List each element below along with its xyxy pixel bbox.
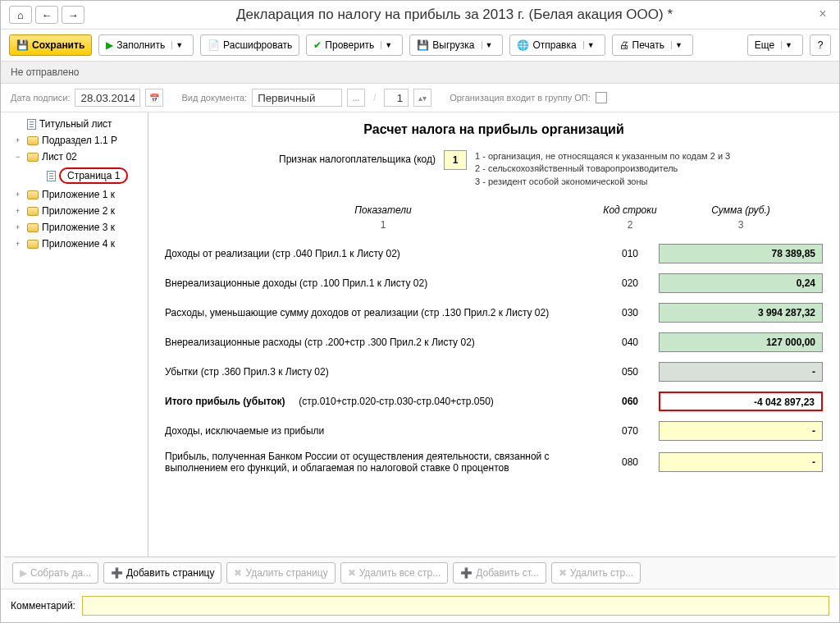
page-spinner[interactable]: ▴▾ bbox=[413, 89, 431, 107]
row-label: Доходы от реализации (стр .040 Прил.1 к … bbox=[165, 248, 601, 259]
fill-button[interactable]: ▶ Заполнить ▼ bbox=[98, 34, 194, 56]
delete-page-button: ✖ Удалить страницу bbox=[226, 562, 335, 584]
save-button[interactable]: 💾 Сохранить bbox=[9, 34, 92, 56]
save-icon: 💾 bbox=[16, 39, 29, 51]
close-button[interactable]: × bbox=[815, 7, 831, 23]
folder-icon bbox=[27, 190, 39, 199]
add-row-button: ➕ Добавить ст... bbox=[453, 562, 546, 584]
calendar-button[interactable]: 📅 bbox=[145, 89, 163, 107]
dropdown-icon[interactable]: ▼ bbox=[671, 41, 686, 49]
date-label: Дата подписи: bbox=[11, 93, 70, 103]
date-input[interactable] bbox=[75, 89, 140, 107]
data-row-060: Итого прибыль (убыток) (стр.010+стр.020-… bbox=[165, 387, 823, 416]
taxpayer-label: Признак налогоплательщика (код) bbox=[165, 150, 436, 165]
tree-item-4[interactable]: +Приложение 1 к bbox=[1, 186, 148, 203]
play-icon: ▶ bbox=[106, 39, 113, 51]
row-value-input[interactable]: 0,24 bbox=[659, 273, 823, 293]
tree-toggle-icon[interactable]: + bbox=[16, 136, 24, 144]
tree-toggle-icon[interactable]: − bbox=[16, 153, 24, 161]
delete-all-icon: ✖ bbox=[348, 567, 356, 579]
row-code: 040 bbox=[601, 337, 659, 348]
data-row-010: Доходы от реализации (стр .040 Прил.1 к … bbox=[165, 239, 823, 268]
tree-toggle-icon[interactable]: + bbox=[16, 223, 24, 231]
row-label: Убытки (стр .360 Прил.3 к Листу 02) bbox=[165, 366, 601, 378]
org-group-checkbox[interactable] bbox=[596, 92, 607, 103]
doc-type-dropdown[interactable]: ... bbox=[347, 89, 365, 107]
row-value-input[interactable]: 3 994 287,32 bbox=[659, 303, 823, 323]
add-page-button[interactable]: ➕ Добавить страницу bbox=[103, 562, 221, 584]
tree-toggle-icon[interactable]: + bbox=[16, 240, 24, 248]
row-code: 020 bbox=[601, 277, 659, 289]
tree-label: Страница 1 bbox=[67, 170, 120, 181]
save-disk-icon: 💾 bbox=[417, 39, 429, 51]
page-icon bbox=[27, 119, 36, 130]
row-code: 010 bbox=[601, 248, 659, 259]
decode-button[interactable]: 📄 Расшифровать bbox=[200, 34, 299, 56]
row-code: 080 bbox=[601, 456, 659, 468]
row-value-input[interactable]: - bbox=[659, 452, 823, 472]
delete-row-button: ✖ Удалить стр... bbox=[551, 562, 641, 584]
tree-label: Подраздел 1.1 Р bbox=[42, 135, 117, 146]
row-value-input[interactable]: -4 042 897,23 bbox=[659, 392, 823, 411]
row-value-input[interactable]: - bbox=[659, 421, 823, 441]
print-button[interactable]: 🖨 Печать ▼ bbox=[612, 34, 693, 56]
more-button[interactable]: Еще ▼ bbox=[747, 34, 803, 56]
row-label: Внереализационные доходы (стр .100 Прил.… bbox=[165, 277, 601, 289]
dropdown-icon[interactable]: ▼ bbox=[381, 41, 395, 49]
folder-icon bbox=[27, 136, 39, 145]
tree-item-5[interactable]: +Приложение 2 к bbox=[1, 203, 148, 219]
doc-type-input[interactable] bbox=[252, 89, 342, 107]
data-row-030: Расходы, уменьшающие сумму доходов от ре… bbox=[165, 298, 823, 328]
tree-item-2[interactable]: −Лист 02 bbox=[1, 149, 148, 165]
tree-label: Приложение 1 к bbox=[42, 189, 115, 200]
forward-button[interactable]: → bbox=[62, 6, 84, 24]
row-code: 050 bbox=[601, 366, 659, 378]
taxpayer-notes: 1 - организация, не относящаяся к указан… bbox=[475, 150, 730, 188]
tree-label: Титульный лист bbox=[39, 118, 112, 130]
row-code: 070 bbox=[601, 425, 659, 437]
add-icon: ➕ bbox=[460, 567, 472, 579]
tree-item-1[interactable]: +Подраздел 1.1 Р bbox=[1, 132, 148, 149]
doc-type-label: Вид документа: bbox=[181, 93, 247, 103]
taxpayer-code-input[interactable]: 1 bbox=[444, 150, 467, 170]
navigation-tree: Титульный лист+Подраздел 1.1 Р−Лист 02Ст… bbox=[1, 112, 148, 557]
row-label: Расходы, уменьшающие сумму доходов от ре… bbox=[165, 307, 601, 318]
window-title: Декларация по налогу на прибыль за 2013 … bbox=[94, 7, 815, 23]
row-value-input[interactable]: - bbox=[659, 362, 823, 382]
tree-item-6[interactable]: +Приложение 3 к bbox=[1, 219, 148, 236]
tree-toggle-icon[interactable]: + bbox=[16, 207, 24, 215]
tree-label: Лист 02 bbox=[42, 151, 77, 163]
dropdown-icon[interactable]: ▼ bbox=[171, 41, 186, 49]
tree-label: Приложение 3 к bbox=[42, 222, 115, 233]
export-button[interactable]: 💾 Выгрузка ▼ bbox=[409, 34, 503, 56]
folder-icon bbox=[27, 223, 39, 232]
tree-item-3[interactable]: Страница 1 bbox=[1, 165, 148, 186]
send-button[interactable]: 🌐 Отправка ▼ bbox=[509, 34, 605, 56]
page-num-input[interactable] bbox=[384, 89, 409, 107]
collect-button: ▶ Собрать да... bbox=[12, 562, 98, 584]
print-icon: 🖨 bbox=[619, 39, 629, 51]
tree-item-7[interactable]: +Приложение 4 к bbox=[1, 236, 148, 252]
help-button[interactable]: ? bbox=[810, 34, 831, 56]
document-content: Расчет налога на прибыль организаций При… bbox=[148, 112, 839, 557]
dropdown-icon[interactable]: ▼ bbox=[583, 41, 598, 49]
dropdown-icon[interactable]: ▼ bbox=[482, 41, 496, 49]
tree-toggle-icon[interactable]: + bbox=[16, 190, 24, 199]
tree-item-0[interactable]: Титульный лист bbox=[1, 116, 148, 132]
row-code: 060 bbox=[601, 396, 659, 407]
check-button[interactable]: ✔ Проверить ▼ bbox=[306, 34, 403, 56]
tree-label: Приложение 4 к bbox=[42, 238, 115, 250]
row-value-input[interactable]: 78 389,85 bbox=[659, 244, 823, 263]
home-button[interactable]: ⌂ bbox=[9, 6, 32, 24]
data-row-080: Прибыль, полученная Банком России от осу… bbox=[165, 446, 823, 479]
dropdown-icon[interactable]: ▼ bbox=[781, 41, 796, 49]
comment-input[interactable] bbox=[82, 596, 829, 616]
row-code: 030 bbox=[601, 307, 659, 318]
row-label: Итого прибыль (убыток) (стр.010+стр.020-… bbox=[165, 396, 601, 407]
data-row-040: Внереализационные расходы (стр .200+стр … bbox=[165, 328, 823, 357]
row-label: Внереализационные расходы (стр .200+стр … bbox=[165, 337, 601, 348]
table-header: Показатели Код строки Сумма (руб.) bbox=[165, 204, 823, 216]
add-icon: ➕ bbox=[111, 567, 123, 579]
row-value-input[interactable]: 127 000,00 bbox=[659, 332, 823, 352]
back-button[interactable]: ← bbox=[35, 6, 58, 24]
